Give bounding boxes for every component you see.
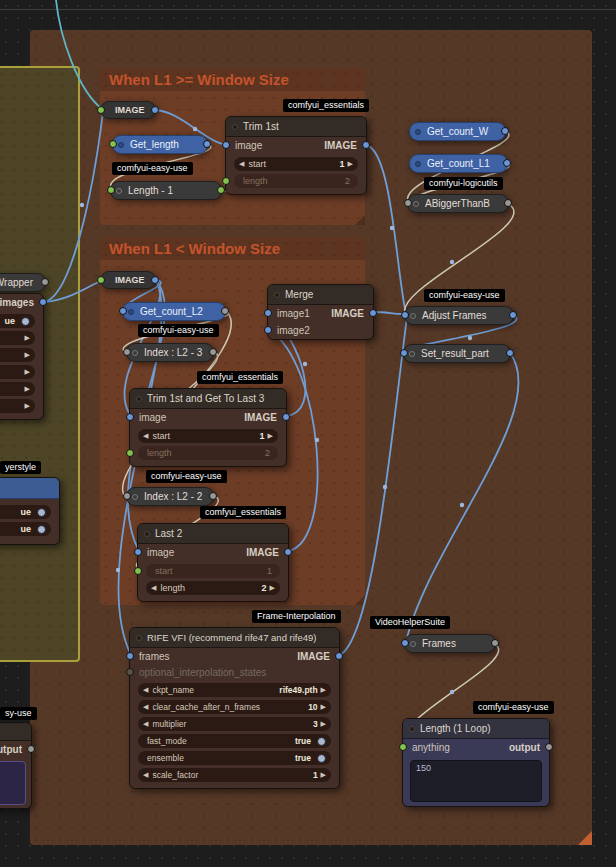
collapse-dot[interactable] [415,129,421,135]
output-port[interactable] [41,278,49,286]
output-port[interactable] [506,349,514,357]
node-header[interactable]: Merge [268,285,373,305]
increment-arrow[interactable]: ▶ [321,720,326,728]
node-left-partial-c[interactable]: utput [0,722,32,809]
collapse-dot[interactable] [232,124,238,130]
node-wrapper-partial[interactable]: Wrapper [0,273,46,292]
increment-arrow[interactable]: ▶ [268,432,273,440]
text-widget[interactable]: 150 [410,760,542,802]
collapse-dot[interactable] [274,292,280,298]
collapse-dot[interactable] [409,351,415,357]
node-last-2[interactable]: Last 2 image IMAGE start 1 ◀ length 2 ▶ [137,523,289,602]
widget-toggle[interactable]: ue [0,314,35,328]
widget-scale-factor[interactable]: ◀ scale_factor 1 ▶ [138,768,331,782]
widget-toggle[interactable]: ue [0,505,51,519]
output-port-image[interactable] [284,548,292,556]
increment-arrow[interactable]: ▶ [25,402,30,410]
output-port[interactable] [509,311,517,319]
increment-arrow[interactable]: ▶ [25,368,30,376]
input-port-image[interactable] [126,413,134,421]
collapse-dot[interactable] [132,350,138,356]
collapse-dot[interactable] [144,531,150,537]
node-frames[interactable]: Frames [404,634,496,653]
collapse-dot[interactable] [409,726,415,732]
collapse-dot[interactable] [132,494,138,500]
node-rife-vfi[interactable]: RIFE VFI (recommend rife47 and rife49) f… [129,627,340,789]
node-get-count-w[interactable]: Get_count_W [409,122,506,141]
input-port[interactable] [97,276,105,284]
node-header[interactable]: Trim 1st and Get To Last 3 [130,389,286,409]
input-port-anything[interactable] [399,743,407,751]
text-widget[interactable] [0,761,26,805]
output-port-image[interactable] [362,141,370,149]
output-port[interactable] [221,307,229,315]
output-port[interactable] [151,106,159,114]
collapse-dot[interactable] [116,188,122,194]
node-length-minus-1[interactable]: Length - 1 [110,181,222,200]
node-a-bigger-than-b[interactable]: ABiggerThanB [407,194,509,213]
input-port-image1[interactable] [264,309,272,317]
input-port-image[interactable] [134,548,142,556]
node-header[interactable]: Trim 1st [226,117,366,137]
collapse-dot[interactable] [118,142,124,148]
input-port[interactable] [123,348,131,356]
output-port[interactable] [545,743,553,751]
output-port[interactable] [209,348,217,356]
collapse-dot[interactable] [410,313,416,319]
decrement-arrow[interactable]: ◀ [143,686,148,694]
node-header[interactable]: RIFE VFI (recommend rife47 and rife49) [130,628,339,648]
toggle-knob[interactable] [21,317,30,326]
decrement-arrow[interactable]: ◀ [143,703,148,711]
decrement-arrow[interactable]: ◀ [239,160,244,168]
toggle-knob[interactable] [37,525,46,534]
increment-arrow[interactable]: ▶ [25,351,30,359]
widget-partial[interactable]: ▶ [0,348,35,362]
increment-arrow[interactable]: ▶ [270,584,275,592]
input-port-length[interactable] [222,177,230,185]
widget-partial[interactable]: ▶ [0,331,35,345]
input-port[interactable] [119,307,127,315]
input-port-optional[interactable] [126,668,134,676]
input-port[interactable] [107,186,115,194]
input-port-image2[interactable] [264,326,272,334]
output-port[interactable] [151,276,159,284]
node-trim-get-last3[interactable]: Trim 1st and Get To Last 3 image IMAGE ◀… [129,388,287,467]
increment-arrow[interactable]: ▶ [321,686,326,694]
output-port[interactable] [503,159,511,167]
output-port-image[interactable] [282,413,290,421]
output-port-image[interactable] [335,652,343,660]
node-header[interactable]: Last 2 [138,524,288,544]
increment-arrow[interactable]: ▶ [321,703,326,711]
node-reroute-image-lt[interactable]: IMAGE [100,271,156,289]
widget-partial[interactable]: ▶ [0,399,35,413]
output-port[interactable] [491,639,499,647]
node-left-partial-b[interactable]: ue ue [0,477,60,545]
toggle-knob[interactable] [317,754,326,763]
collapse-dot[interactable] [415,161,421,167]
widget-length[interactable]: length 2 [138,446,278,460]
collapse-dot[interactable] [136,635,142,641]
input-port[interactable] [400,349,408,357]
decrement-arrow[interactable]: ◀ [143,432,148,440]
widget-multiplier[interactable]: ◀ multiplier 3 ▶ [138,717,331,731]
output-port[interactable] [217,186,225,194]
toggle-knob[interactable] [37,508,46,517]
input-port[interactable] [123,492,131,500]
output-port[interactable] [209,492,217,500]
collapse-dot[interactable] [413,201,419,207]
collapse-dot[interactable] [136,396,142,402]
node-header[interactable]: Length (1 Loop) [403,719,549,739]
output-port[interactable] [27,745,35,753]
input-port[interactable] [109,140,117,148]
node-length-1-loop[interactable]: Length (1 Loop) anything output 150 [402,718,550,807]
node-get-count-l1[interactable]: Get_count_L1 [409,154,508,173]
widget-ensemble[interactable]: ensemble true [138,751,331,765]
widget-partial[interactable]: ▶ [0,382,35,396]
input-port[interactable] [404,199,412,207]
output-port-image[interactable] [369,309,377,317]
decrement-arrow[interactable]: ◀ [143,771,148,779]
widget-toggle[interactable]: ue [0,522,51,536]
output-port[interactable] [501,127,509,135]
input-port[interactable] [401,639,409,647]
increment-arrow[interactable]: ▶ [321,771,326,779]
